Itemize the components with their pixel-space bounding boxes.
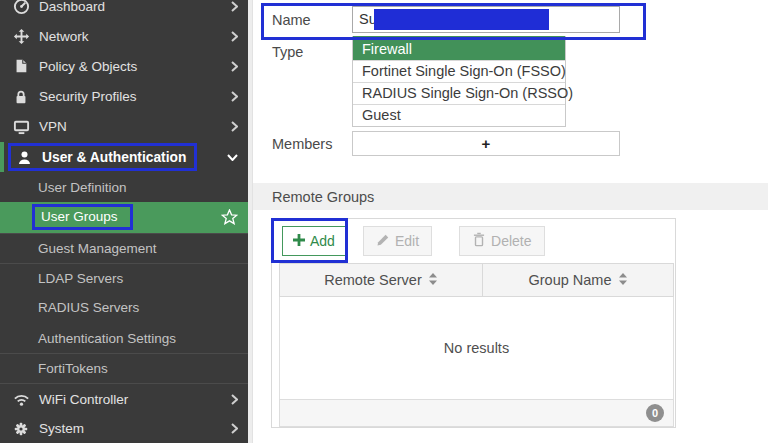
gauge-icon: [12, 0, 30, 15]
type-option-rsso[interactable]: RADIUS Single Sign-On (RSSO): [353, 82, 565, 104]
table-footer: 0: [279, 399, 674, 427]
delete-button[interactable]: Delete: [459, 226, 544, 256]
sidebar-item-label: VPN: [39, 119, 67, 134]
active-section-indicator: [0, 142, 4, 172]
column-header-label: Group Name: [528, 272, 611, 288]
add-button[interactable]: Add: [282, 226, 346, 256]
remote-groups-table: Remote Server Group Name No results 0: [279, 263, 674, 427]
sidebar-item-guest-management[interactable]: Guest Management: [0, 233, 248, 263]
sidebar-item-ldap-servers[interactable]: LDAP Servers: [0, 263, 248, 293]
sidebar-item-vpn[interactable]: VPN: [0, 112, 248, 142]
sidebar-item-label: Network: [39, 29, 89, 44]
sidebar-item-radius-servers[interactable]: RADIUS Servers: [0, 293, 248, 323]
lock-icon: [12, 88, 30, 106]
column-header-label: Remote Server: [324, 272, 422, 288]
sidebar-item-user-definition[interactable]: User Definition: [0, 172, 248, 202]
name-input[interactable]: Su: [352, 6, 620, 33]
table-header-row: Remote Server Group Name: [279, 263, 674, 297]
sidebar-item-authentication-settings[interactable]: Authentication Settings: [0, 323, 248, 353]
remote-groups-title: Remote Groups: [272, 189, 374, 205]
sidebar-item-fortitokens[interactable]: FortiTokens: [0, 353, 248, 383]
edit-button-label: Edit: [395, 233, 419, 249]
content-divider: [248, 0, 253, 443]
annotation-box-user-groups: User Groups: [32, 204, 133, 230]
sidebar-item-label: User Definition: [38, 180, 127, 195]
sidebar-item-label: Guest Management: [38, 241, 157, 256]
sidebar-item-wifi-controller[interactable]: WiFi Controller: [0, 383, 248, 413]
sidebar-item-label: FortiTokens: [38, 361, 108, 376]
chevron-right-icon: [231, 121, 238, 132]
sort-icon: [618, 272, 628, 288]
chevron-right-icon: [231, 394, 238, 405]
table-empty-state: No results: [279, 297, 674, 399]
sidebar-item-security-profiles[interactable]: Security Profiles: [0, 82, 248, 112]
add-button-label: Add: [310, 233, 335, 249]
row-count-badge: 0: [646, 404, 664, 422]
sidebar-item-label: WiFi Controller: [39, 392, 128, 407]
sidebar-item-network[interactable]: Network: [0, 21, 248, 51]
type-option-guest[interactable]: Guest: [353, 104, 565, 126]
sidebar-item-dashboard[interactable]: Dashboard: [0, 0, 248, 21]
pencil-icon: [376, 233, 390, 250]
star-icon[interactable]: [221, 209, 238, 225]
remote-groups-section-header: Remote Groups: [253, 183, 768, 210]
no-results-text: No results: [444, 340, 509, 356]
annotation-box-user-authentication: User & Authentication: [8, 143, 197, 171]
sidebar-item-user-authentication[interactable]: User & Authentication: [0, 142, 248, 172]
sidebar-item-label: User Groups: [41, 209, 118, 224]
sort-icon: [428, 272, 438, 288]
sidebar-item-label: Security Profiles: [39, 89, 137, 104]
plus-icon: +: [482, 135, 491, 152]
sidebar-item-label: Authentication Settings: [38, 331, 176, 346]
chevron-right-icon: [231, 423, 238, 434]
trash-icon: [472, 232, 486, 250]
chevron-down-icon: [227, 154, 238, 161]
edit-button[interactable]: Edit: [363, 226, 432, 256]
type-dropdown-list: Firewall Fortinet Single Sign-On (FSSO) …: [352, 36, 566, 127]
move-icon: [12, 27, 30, 45]
sidebar-item-label: Dashboard: [39, 0, 105, 14]
sidebar: Dashboard Network Policy & Objects Secur…: [0, 0, 248, 443]
remote-groups-panel: Add Edit Delete Remote Server Group Name…: [271, 218, 676, 428]
gear-icon: [12, 420, 30, 438]
chevron-right-icon: [231, 91, 238, 102]
chevron-right-icon: [231, 31, 238, 42]
sidebar-item-policy-objects[interactable]: Policy & Objects: [0, 51, 248, 81]
chevron-right-icon: [231, 61, 238, 72]
sidebar-item-label: LDAP Servers: [38, 271, 123, 286]
column-header-remote-server[interactable]: Remote Server: [280, 264, 483, 296]
wifi-icon: [12, 390, 30, 408]
sidebar-item-label: RADIUS Servers: [38, 300, 139, 315]
type-field-label: Type: [272, 44, 303, 60]
delete-button-label: Delete: [491, 233, 531, 249]
user-icon: [15, 148, 33, 166]
members-field-label: Members: [272, 136, 332, 152]
members-add-field[interactable]: +: [352, 131, 620, 156]
policy-icon: [12, 57, 30, 75]
sidebar-item-label: System: [39, 421, 84, 436]
column-header-group-name[interactable]: Group Name: [483, 264, 673, 296]
sidebar-item-user-groups[interactable]: User Groups: [0, 202, 248, 232]
monitor-icon: [12, 118, 30, 136]
sidebar-item-label: Policy & Objects: [39, 59, 137, 74]
sidebar-item-system[interactable]: System: [0, 414, 248, 443]
redaction-bar: [374, 9, 549, 30]
name-field-label: Name: [272, 12, 311, 28]
sidebar-item-label: User & Authentication: [42, 150, 186, 165]
type-option-firewall[interactable]: Firewall: [353, 36, 565, 60]
remote-groups-toolbar: Add Edit Delete: [272, 219, 675, 263]
chevron-right-icon: [231, 1, 238, 12]
type-option-fsso[interactable]: Fortinet Single Sign-On (FSSO): [353, 60, 565, 82]
plus-icon: [293, 233, 305, 249]
